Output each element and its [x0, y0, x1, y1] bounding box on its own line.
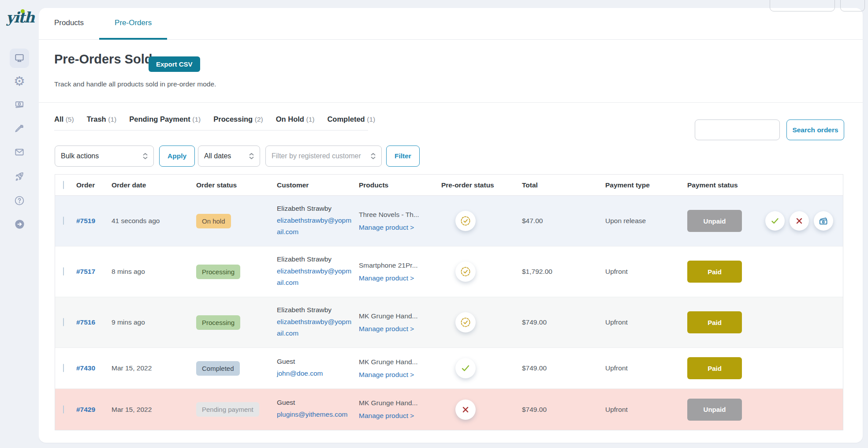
payment-type: Upfront [605, 318, 687, 326]
manage-product-link[interactable]: Manage product > [359, 371, 414, 379]
check-icon [770, 216, 780, 226]
payment-status-button[interactable]: Paid [687, 311, 742, 333]
customer-email-link[interactable]: john@doe.com [277, 368, 353, 379]
rocket-icon [14, 171, 25, 182]
payment-type: Upfront [605, 406, 687, 414]
filter-button[interactable]: Filter [386, 146, 420, 167]
table-row: #7429 Mar 15, 2022 Pending payment Guest… [55, 389, 843, 430]
order-total: $1,792.00 [522, 268, 605, 276]
manage-product-link[interactable]: Manage product > [359, 224, 414, 231]
tab-pre-orders[interactable]: Pre-Orders [99, 8, 167, 40]
select-chevrons-icon [371, 153, 376, 159]
order-total: $749.00 [522, 364, 605, 372]
col-customer: Customer [277, 181, 359, 189]
select-chevrons-icon [249, 153, 254, 159]
status-tab-pending-payment[interactable]: Pending Payment (1) [129, 115, 201, 123]
customer-name: Elizabeth Strawby [277, 205, 332, 212]
awaiting-clock-icon [459, 316, 472, 329]
payment-status-button[interactable]: Paid [687, 261, 742, 283]
order-id-link[interactable]: #7516 [76, 318, 95, 326]
awaiting-clock-icon [459, 215, 472, 227]
page-title: Pre-Orders Sold [54, 52, 152, 67]
select-all-checkbox[interactable] [63, 181, 64, 189]
sidebar-item-settings[interactable]: ⚙ [10, 71, 29, 91]
export-csv-button[interactable]: Export CSV [149, 56, 200, 72]
order-id-link[interactable]: #7429 [76, 406, 95, 413]
order-id-link[interactable]: #7517 [76, 268, 95, 275]
customer-name: Elizabeth Strawby [277, 306, 332, 314]
search-orders-button[interactable]: Search orders [786, 119, 844, 140]
payment-type: Upfront [605, 268, 687, 276]
sidebar-item-dashboard[interactable] [10, 49, 29, 68]
status-tab-all[interactable]: All (5) [54, 115, 74, 123]
status-tab-on-hold[interactable]: On Hold (1) [276, 115, 315, 123]
sidebar-item-payments[interactable] [10, 95, 29, 114]
row-checkbox[interactable] [63, 405, 64, 414]
status-filter-tabs: All (5) Trash (1) Pending Payment (1) Pr… [54, 115, 368, 131]
customer-email-link[interactable]: elizabethstrawby@yopmail.com [277, 265, 353, 288]
row-checkbox[interactable] [63, 318, 64, 326]
status-tab-processing[interactable]: Processing (2) [213, 115, 263, 123]
check-icon [460, 362, 471, 374]
sidebar-item-premium[interactable] [10, 167, 29, 186]
customer-filter-select[interactable]: Filter by registered customer [265, 146, 382, 167]
order-date: 9 mins ago [112, 318, 196, 326]
row-checkbox[interactable] [63, 364, 64, 372]
apply-button[interactable]: Apply [159, 146, 195, 167]
preorder-status-awaiting [455, 211, 476, 231]
envelope-icon [14, 146, 25, 158]
manage-product-link[interactable]: Manage product > [359, 274, 414, 282]
order-total: $749.00 [522, 318, 605, 326]
yith-logo[interactable]: yith [6, 9, 34, 29]
approve-order-button[interactable] [765, 211, 785, 231]
dates-select[interactable]: All dates [198, 146, 260, 167]
tab-products[interactable]: Products [39, 8, 99, 40]
monitor-icon [14, 52, 25, 64]
module-tabbar: Products Pre-Orders [39, 8, 863, 40]
sidebar: yith ⚙ [0, 0, 39, 448]
customer-email-link[interactable]: elizabethstrawby@yopmail.com [277, 215, 353, 237]
manage-product-link[interactable]: Manage product > [359, 412, 414, 420]
sidebar-item-customization[interactable] [10, 119, 29, 138]
payment-status-button[interactable]: Unpaid [687, 399, 742, 421]
order-id-link[interactable]: #7519 [76, 217, 95, 224]
product-name: MK Grunge Hand... [359, 399, 441, 407]
row-checkbox[interactable] [63, 217, 64, 225]
order-status-badge: Processing [196, 265, 240, 279]
col-payment-status: Payment status [687, 181, 765, 189]
charge-payment-button[interactable] [814, 211, 833, 231]
select-chevrons-icon [143, 153, 148, 159]
table-row: #7517 8 mins ago Processing Elizabeth St… [55, 246, 843, 297]
sidebar-item-emails[interactable] [10, 142, 29, 162]
status-tab-completed[interactable]: Completed (1) [327, 115, 375, 123]
status-tab-trash[interactable]: Trash (1) [87, 115, 117, 123]
payment-status-button[interactable]: Unpaid [687, 210, 742, 232]
bulk-actions-select[interactable]: Bulk actions [55, 146, 154, 167]
customer-name: Guest [277, 399, 295, 406]
money-icon [14, 99, 25, 110]
sidebar-item-expand[interactable] [10, 214, 29, 234]
col-order-status: Order status [196, 181, 277, 189]
cancel-order-button[interactable] [790, 211, 809, 231]
partial-top-button-2[interactable] [840, 0, 865, 11]
search-input[interactable] [695, 119, 780, 140]
row-checkbox[interactable] [63, 267, 64, 276]
col-total: Total [522, 181, 605, 189]
col-payment-type: Payment type [605, 181, 687, 189]
table-row: #7430 Mar 15, 2022 Completed Guest john@… [55, 348, 843, 389]
order-date: Mar 15, 2022 [112, 406, 196, 414]
customer-email-link[interactable]: elizabethstrawby@yopmail.com [277, 316, 353, 339]
sidebar-item-help[interactable] [10, 191, 29, 210]
manage-product-link[interactable]: Manage product > [359, 325, 414, 333]
order-status-badge: Pending payment [196, 402, 259, 417]
order-status-badge: Processing [196, 315, 240, 330]
payment-status-button[interactable]: Paid [687, 357, 742, 379]
payment-type: Upon release [605, 217, 687, 225]
col-products: Products [359, 181, 441, 189]
gear-icon: ⚙ [14, 75, 25, 88]
partial-top-button-1[interactable] [770, 0, 835, 11]
product-name: Three Novels - Th... [359, 211, 441, 219]
customer-email-link[interactable]: plugins@yithemes.com [277, 409, 353, 420]
table-header-row: Order Order date Order status Customer P… [55, 175, 843, 196]
order-id-link[interactable]: #7430 [76, 364, 95, 372]
